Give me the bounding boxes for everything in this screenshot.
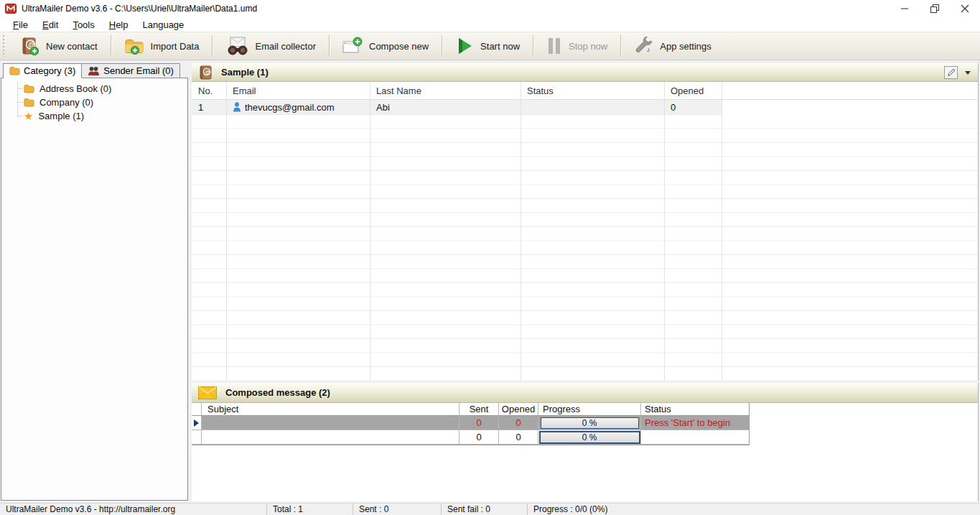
tab-sender-email[interactable]: Sender Email (0)	[82, 63, 180, 78]
messages-panel-header: Composed message (2)	[192, 383, 978, 403]
status-progress: Progress : 0/0 (0%)	[527, 504, 980, 515]
star-icon: ★	[24, 112, 33, 121]
tree-item-label: Address Book (0)	[39, 83, 111, 94]
edit-columns-button[interactable]	[944, 66, 958, 79]
messages-panel-title: Composed message (2)	[225, 387, 330, 398]
svg-text:@: @	[205, 68, 211, 75]
ultramailer-window: UltraMailer Demo v3.6 - C:\Users\Uriel\U…	[0, 0, 980, 515]
messages-table-header: Subject Sent Opened Progress Status	[192, 403, 749, 416]
column-subject[interactable]: Subject	[202, 403, 459, 416]
grid-line	[722, 82, 722, 381]
app-settings-label: App settings	[660, 41, 711, 52]
message-sent: 0	[459, 430, 499, 445]
sidebar-tabs: Category (3) Sender Email (0)	[3, 63, 180, 78]
row-indicator-cell	[192, 430, 202, 445]
wrench-icon	[634, 37, 653, 56]
menu-language[interactable]: Language	[135, 19, 191, 31]
maximize-restore-button[interactable]	[920, 0, 950, 17]
contact-status	[521, 100, 664, 114]
messages-table: Subject Sent Opened Progress Status 0 0 …	[192, 403, 750, 445]
tab-sender-email-label: Sender Email (0)	[103, 65, 174, 76]
message-subject	[202, 416, 459, 430]
column-opened[interactable]: Opened	[664, 82, 722, 99]
message-opened: 0	[499, 416, 538, 430]
address-book-add-icon: @	[20, 37, 39, 56]
toolbar-separator	[620, 35, 621, 57]
play-icon	[455, 37, 474, 55]
people-icon	[88, 66, 100, 76]
toolbar: @ New contact Import Data	[0, 32, 980, 60]
message-progress-cell: 0 %	[538, 430, 641, 445]
message-subject	[202, 430, 459, 445]
column-opened[interactable]: Opened	[499, 403, 538, 416]
column-email[interactable]: Email	[226, 82, 370, 99]
minimize-button[interactable]	[890, 0, 920, 17]
stop-now-button[interactable]: Stop now	[535, 34, 619, 58]
tree-item-company[interactable]: Company (0)	[1, 96, 187, 109]
grid-line	[521, 82, 521, 381]
column-sent[interactable]: Sent	[459, 403, 499, 416]
new-contact-button[interactable]: @ New contact	[9, 34, 109, 58]
contact-row[interactable]: 1 thevucgs@gmail.com Abi 0	[192, 100, 722, 115]
contacts-panel-header: @ Sample (1)	[192, 63, 978, 82]
start-now-label: Start now	[480, 41, 520, 52]
menu-tools[interactable]: Tools	[65, 19, 101, 31]
column-status[interactable]: Status	[521, 82, 664, 99]
column-last-name[interactable]: Last Name	[370, 82, 521, 99]
statusbar: UltraMailer Demo v3.6 - http://ultramail…	[0, 503, 980, 515]
status-app-link: UltraMailer Demo v3.6 - http://ultramail…	[0, 504, 266, 515]
contact-opened: 0	[664, 100, 722, 114]
minimize-icon	[900, 4, 909, 13]
folder-icon	[24, 98, 34, 107]
import-data-button[interactable]: Import Data	[113, 34, 211, 58]
toolbar-separator	[442, 35, 442, 57]
status-sent: Sent : 0	[353, 504, 441, 515]
folder-add-icon	[124, 37, 144, 55]
grid-line	[370, 82, 370, 381]
tree-item-address-book[interactable]: Address Book (0)	[1, 82, 187, 96]
menu-help[interactable]: Help	[102, 19, 136, 31]
contacts-panel: @ Sample (1) No. Email Last Name Status …	[192, 63, 979, 381]
message-sent: 0	[459, 416, 499, 430]
compose-new-button[interactable]: Compose new	[331, 34, 440, 58]
start-now-button[interactable]: Start now	[444, 34, 531, 58]
status-total: Total : 1	[266, 504, 353, 515]
tab-category[interactable]: Category (3)	[3, 63, 82, 78]
messages-panel: Composed message (2) Subject Sent Opened…	[192, 383, 979, 501]
dropdown-arrow-icon[interactable]	[965, 71, 971, 75]
contacts-grid-header: No. Email Last Name Status Opened	[192, 82, 978, 100]
toolbar-separator	[111, 35, 111, 57]
restore-icon	[930, 4, 939, 13]
menu-file[interactable]: File	[6, 19, 35, 31]
new-contact-label: New contact	[46, 41, 98, 52]
contacts-panel-title: Sample (1)	[221, 67, 269, 78]
close-button[interactable]	[950, 0, 980, 17]
message-row-selected[interactable]: 0 0 0 % Press 'Start' to begin	[192, 416, 749, 430]
message-row[interactable]: 0 0 0 %	[192, 430, 749, 445]
compose-new-label: Compose new	[369, 41, 429, 52]
toolbar-gripper[interactable]	[2, 35, 6, 57]
menu-edit[interactable]: Edit	[35, 19, 65, 31]
tree-item-sample[interactable]: ★ Sample (1)	[1, 109, 187, 123]
row-indicator-header	[192, 403, 202, 416]
envelope-add-icon	[342, 37, 363, 55]
contact-email-cell: thevucgs@gmail.com	[226, 100, 370, 114]
close-icon	[961, 4, 969, 13]
app-settings-button[interactable]: App settings	[622, 34, 723, 58]
person-icon	[233, 102, 241, 112]
message-opened: 0	[499, 430, 538, 445]
pencil-icon	[947, 68, 956, 77]
folder-icon	[24, 84, 34, 93]
app-logo-icon	[5, 3, 17, 14]
email-collector-label: Email collector	[255, 41, 316, 52]
column-status[interactable]: Status	[641, 403, 749, 416]
titlebar: UltraMailer Demo v3.6 - C:\Users\Uriel\U…	[0, 0, 980, 17]
email-collector-button[interactable]: Email collector	[214, 34, 327, 58]
address-book-icon: @	[199, 65, 213, 80]
grid-line	[226, 82, 227, 381]
empty-grid-rows	[192, 115, 978, 381]
import-data-label: Import Data	[151, 41, 200, 52]
column-progress[interactable]: Progress	[538, 403, 641, 416]
yellow-envelope-icon	[198, 386, 217, 399]
column-no[interactable]: No.	[192, 82, 226, 99]
